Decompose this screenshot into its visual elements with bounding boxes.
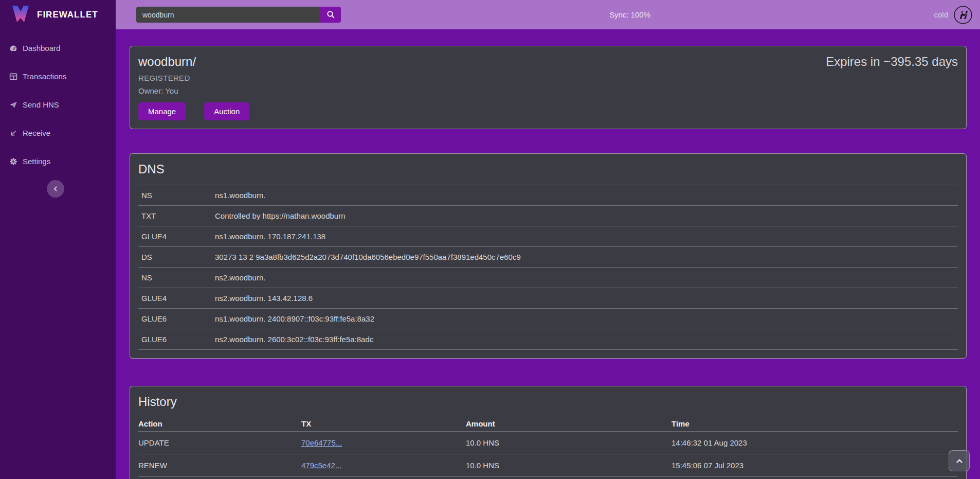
- dns-record-row: GLUE4 ns2.woodburn. 143.42.128.6: [138, 288, 958, 309]
- domain-card: woodburn/ Expires in ~395.35 days REGIST…: [130, 46, 967, 129]
- dns-record-type: GLUE6: [141, 335, 215, 344]
- dns-record-row: NS ns2.woodburn.: [138, 268, 958, 288]
- receive-arrow-icon: [9, 129, 17, 137]
- sidebar-nav: Dashboard Transactions Send HNS Receive: [0, 29, 116, 170]
- firewallet-w-icon: [10, 4, 31, 26]
- wallet-indicator[interactable]: cold: [934, 0, 973, 29]
- dns-record-value: Controlled by https://nathan.woodburn: [215, 211, 958, 220]
- dns-record-row: GLUE4 ns1.woodburn. 170.187.241.138: [138, 226, 958, 247]
- history-header-row: Action TX Amount Time: [138, 416, 958, 432]
- search-button[interactable]: [320, 7, 341, 23]
- dns-record-type: GLUE6: [141, 314, 215, 323]
- dns-record-value: ns1.woodburn.: [215, 191, 958, 200]
- table-icon: [9, 73, 17, 81]
- manage-button[interactable]: Manage: [138, 102, 186, 120]
- sidebar: FIREWALLET Dashboard Transactions Send H…: [0, 0, 116, 479]
- search-group: [136, 7, 341, 23]
- dns-record-type: NS: [141, 191, 215, 200]
- sidebar-item-label: Transactions: [23, 72, 66, 81]
- dns-card: DNS NS ns1.woodburn. TXT Controlled by h…: [130, 153, 967, 359]
- history-amount: 10.0 HNS: [466, 438, 672, 447]
- sidebar-item-send-hns[interactable]: Send HNS: [0, 96, 116, 113]
- gear-icon: [9, 157, 17, 166]
- history-card: History Action TX Amount Time UPDATE 70e…: [130, 386, 967, 479]
- dns-record-value: ns1.woodburn. 170.187.241.138: [215, 232, 958, 241]
- sidebar-item-label: Receive: [23, 129, 50, 137]
- brand-name: FIREWALLET: [37, 10, 98, 20]
- owner-text: Owner: You: [138, 86, 958, 95]
- dns-record-value: ns1.woodburn. 2400:8907::f03c:93ff:fe5a:…: [215, 314, 958, 323]
- dns-record-row: DS 30273 13 2 9a3a8fb3d625d2a2073d740f10…: [138, 247, 958, 268]
- history-col-tx: TX: [301, 419, 466, 428]
- scroll-to-top-button[interactable]: [949, 450, 970, 471]
- sidebar-collapse-button[interactable]: [47, 180, 64, 198]
- history-time: 14:46:32 01 Aug 2023: [672, 438, 958, 447]
- sidebar-item-dashboard[interactable]: Dashboard: [0, 40, 116, 57]
- search-input[interactable]: [136, 7, 320, 23]
- dns-record-type: DS: [141, 253, 215, 261]
- send-icon: [9, 101, 17, 109]
- main-content: woodburn/ Expires in ~395.35 days REGIST…: [116, 29, 980, 479]
- topbar: Sync: 100% cold: [116, 0, 980, 29]
- history-table: Action TX Amount Time UPDATE 70e64775...…: [138, 416, 958, 477]
- dns-record-row: GLUE6 ns2.woodburn. 2600:3c02::f03c:93ff…: [138, 329, 958, 350]
- sidebar-item-label: Dashboard: [23, 44, 60, 52]
- sidebar-item-settings[interactable]: Settings: [0, 153, 116, 170]
- brand[interactable]: FIREWALLET: [0, 0, 116, 29]
- history-row: UPDATE 70e64775... 10.0 HNS 14:46:32 01 …: [138, 432, 958, 454]
- tx-link[interactable]: 70e64775...: [301, 438, 342, 447]
- domain-name-title: woodburn/: [138, 55, 196, 69]
- history-action: RENEW: [138, 461, 301, 470]
- chevron-left-icon: [52, 185, 59, 192]
- dns-record-type: TXT: [141, 211, 215, 220]
- gauge-icon: [9, 44, 17, 52]
- history-amount: 10.0 HNS: [466, 461, 672, 470]
- search-icon: [326, 10, 335, 19]
- sidebar-item-label: Settings: [23, 157, 50, 166]
- dns-record-row: GLUE6 ns1.woodburn. 2400:8907::f03c:93ff…: [138, 309, 958, 329]
- dns-record-value: ns2.woodburn.: [215, 273, 958, 282]
- expiry-text: Expires in ~395.35 days: [826, 55, 958, 69]
- status-badge: REGISTERED: [138, 74, 958, 82]
- dns-record-type: NS: [141, 273, 215, 282]
- auction-button[interactable]: Auction: [204, 102, 249, 120]
- history-col-time: Time: [672, 419, 958, 428]
- history-action: UPDATE: [138, 438, 301, 447]
- wallet-type-label: cold: [934, 10, 948, 19]
- sidebar-item-transactions[interactable]: Transactions: [0, 68, 116, 85]
- history-title: History: [138, 395, 958, 409]
- history-col-amount: Amount: [466, 419, 672, 428]
- dns-record-row: NS ns1.woodburn.: [138, 185, 958, 206]
- history-row: RENEW 479c5e42... 10.0 HNS 15:45:06 07 J…: [138, 454, 958, 477]
- sync-status: Sync: 100%: [609, 0, 650, 29]
- sidebar-item-receive[interactable]: Receive: [0, 125, 116, 141]
- dns-record-row: TXT Controlled by https://nathan.woodbur…: [138, 206, 958, 226]
- dns-table: NS ns1.woodburn. TXT Controlled by https…: [138, 185, 958, 350]
- history-time: 15:45:06 07 Jul 2023: [672, 461, 958, 470]
- dns-record-type: GLUE4: [141, 232, 215, 241]
- chevron-up-icon: [955, 457, 964, 465]
- dns-title: DNS: [138, 162, 958, 176]
- sidebar-item-label: Send HNS: [23, 100, 59, 109]
- handshake-logo-icon: [953, 5, 973, 25]
- tx-link[interactable]: 479c5e42...: [301, 461, 341, 470]
- history-col-action: Action: [138, 419, 301, 428]
- dns-record-type: GLUE4: [141, 294, 215, 303]
- dns-record-value: ns2.woodburn. 143.42.128.6: [215, 294, 958, 303]
- dns-record-value: 30273 13 2 9a3a8fb3d625d2a2073d740f10da6…: [215, 253, 958, 261]
- dns-record-value: ns2.woodburn. 2600:3c02::f03c:93ff:fe5a:…: [215, 335, 958, 344]
